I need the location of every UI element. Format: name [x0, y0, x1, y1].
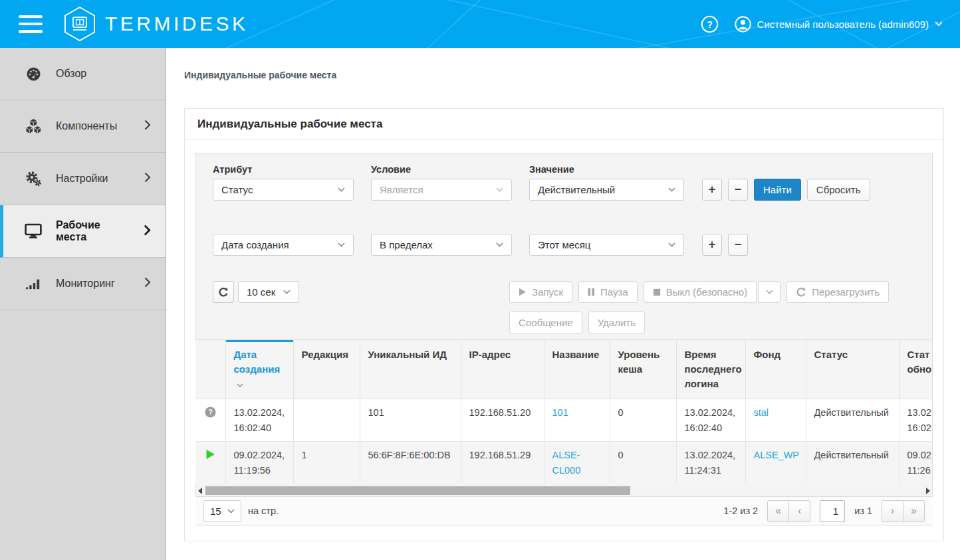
- total-pages-label: из 1: [854, 506, 872, 516]
- scrollbar-track[interactable]: [204, 486, 924, 495]
- value-select-2[interactable]: Этот месяц: [529, 234, 684, 256]
- condition-select-2[interactable]: В пределах: [371, 234, 512, 256]
- state-cell: [195, 442, 225, 484]
- chevron-right-icon: [144, 225, 151, 238]
- filter-and-table-panel: Атрибут Статус Условие Является: [195, 153, 933, 525]
- previous-page-button[interactable]: ‹: [788, 500, 810, 522]
- scroll-right-arrow[interactable]: [926, 488, 930, 494]
- chevron-down-icon: [935, 21, 943, 27]
- refresh-interval-select[interactable]: 10 сек: [238, 281, 299, 303]
- pool-link[interactable]: ALSE_WP: [754, 450, 800, 460]
- user-avatar-icon: [735, 16, 751, 33]
- reboot-button[interactable]: Перезагрузить: [786, 281, 889, 303]
- page-size-select[interactable]: 15: [203, 500, 241, 522]
- find-button[interactable]: Найти: [754, 179, 801, 201]
- unknown-state-icon: ?: [205, 407, 216, 418]
- start-button-label: Запуск: [532, 286, 563, 298]
- workplaces-table-wrap: Дата создания Редакция Уникальный ИД IP-…: [195, 339, 933, 496]
- pool-link[interactable]: stal: [754, 407, 769, 418]
- refresh-button[interactable]: [213, 281, 234, 303]
- ip-column-header[interactable]: IP-адрес: [461, 340, 544, 399]
- help-icon[interactable]: ?: [701, 15, 719, 33]
- name-column-header[interactable]: Название: [544, 340, 610, 399]
- chevron-down-icon: [668, 242, 675, 247]
- chevron-right-icon: [144, 120, 151, 133]
- pool-column-header[interactable]: Фонд: [745, 340, 806, 399]
- current-page-input[interactable]: [820, 500, 845, 522]
- horizontal-scrollbar[interactable]: [195, 485, 933, 496]
- cache-level-cell: 0: [610, 399, 676, 442]
- name-cell: ALSE-CL000: [544, 442, 610, 484]
- remove-filter-button-2[interactable]: −: [728, 234, 748, 256]
- revision-cell: 1: [293, 442, 360, 484]
- sidebar-item-overview[interactable]: Обзор: [0, 48, 166, 100]
- attribute-select[interactable]: Статус: [213, 179, 354, 201]
- stop-icon: [653, 288, 661, 296]
- value-select-value: Действительный: [538, 184, 615, 195]
- table-row[interactable]: ? 13.02.2024, 16:02:40 101 192.168.51.20: [195, 399, 931, 442]
- rows-range-label: 1-2 из 2: [723, 506, 758, 516]
- sidebar-item-workplaces[interactable]: Рабочие места: [0, 205, 166, 258]
- chevron-down-icon: [283, 290, 291, 294]
- sort-descending-icon: [237, 378, 243, 389]
- main-content: Индивидуальные рабочие места Индивидуаль…: [166, 48, 960, 560]
- play-icon: [519, 288, 527, 296]
- reset-button[interactable]: Сбросить: [807, 179, 870, 201]
- sidebar-item-label: Рабочие места: [56, 219, 130, 243]
- attribute-select-2[interactable]: Дата создания: [213, 234, 354, 256]
- add-filter-button[interactable]: +: [702, 179, 722, 201]
- value-select[interactable]: Действительный: [529, 179, 684, 201]
- state-column-header: [195, 340, 225, 399]
- condition-select[interactable]: Является: [371, 179, 512, 201]
- chevron-right-icon: [144, 277, 151, 290]
- sidebar-item-label: Настройки: [56, 173, 108, 185]
- chevron-down-icon: [338, 242, 345, 247]
- first-page-button[interactable]: «: [767, 500, 789, 522]
- running-state-icon: [205, 449, 215, 460]
- breadcrumb: Индивидуальные рабочие места: [184, 70, 944, 80]
- value-label: Значение: [529, 164, 684, 175]
- sidebar-item-monitoring[interactable]: Мониторинг: [0, 258, 166, 310]
- scrollbar-thumb[interactable]: [205, 486, 630, 495]
- refresh-interval-value: 10 сек: [247, 286, 275, 298]
- table-row[interactable]: 09.02.2024, 11:19:56 1 56:6F:8F:6E:00:DB…: [195, 442, 931, 484]
- reboot-icon: [796, 287, 806, 298]
- sidebar-item-components[interactable]: Компоненты: [0, 100, 166, 153]
- cubes-icon: [25, 118, 42, 135]
- shutdown-options-dropdown-button[interactable]: [758, 281, 780, 303]
- shutdown-safe-button[interactable]: Выкл (безопасно): [644, 281, 757, 303]
- delete-button[interactable]: Удалить: [588, 312, 645, 333]
- workplace-link[interactable]: 101: [552, 407, 568, 418]
- value-select-2-value: Этот месяц: [538, 239, 590, 250]
- pause-button[interactable]: Пауза: [578, 281, 638, 303]
- date-created-column-header[interactable]: Дата создания: [225, 340, 293, 399]
- filter-row-1: Атрибут Статус Условие Является: [213, 164, 915, 201]
- last-login-cell: 13.02.2024, 11:24:31: [676, 442, 745, 484]
- attribute-select-value: Статус: [221, 184, 253, 195]
- chevron-down-icon: [668, 187, 675, 192]
- uid-column-header[interactable]: Уникальный ИД: [360, 340, 461, 399]
- menu-toggle-button[interactable]: [19, 15, 43, 33]
- scroll-left-arrow[interactable]: [198, 488, 202, 494]
- message-button[interactable]: Сообщение: [509, 312, 582, 333]
- date-created-cell: 09.02.2024, 11:19:56: [225, 442, 293, 484]
- add-filter-button-2[interactable]: +: [702, 234, 722, 256]
- cache-level-column-header[interactable]: Уровень кеша: [610, 340, 676, 399]
- workplace-link[interactable]: ALSE-CL000: [552, 450, 581, 475]
- last-page-button[interactable]: »: [903, 500, 925, 522]
- update-status-column-header[interactable]: Стат обно: [899, 340, 931, 399]
- chart-bars-icon: [25, 276, 42, 292]
- status-column-header[interactable]: Статус: [806, 340, 899, 399]
- remove-filter-button[interactable]: −: [728, 179, 748, 201]
- start-button[interactable]: Запуск: [509, 281, 572, 303]
- table-header-row: Дата создания Редакция Уникальный ИД IP-…: [195, 340, 931, 399]
- revision-column-header[interactable]: Редакция: [293, 340, 360, 399]
- condition-select-2-value: В пределах: [380, 239, 433, 250]
- sidebar-item-settings[interactable]: Настройки: [0, 153, 166, 205]
- user-menu[interactable]: Системный пользователь (admin609): [735, 16, 943, 33]
- page-size-value: 15: [210, 506, 221, 517]
- update-status-cell: 13.02 16:02: [899, 399, 931, 442]
- next-page-button[interactable]: ›: [882, 500, 903, 522]
- last-login-column-header[interactable]: Время последнего логина: [676, 340, 745, 399]
- termidesk-logo: TERMIDESK: [63, 6, 249, 42]
